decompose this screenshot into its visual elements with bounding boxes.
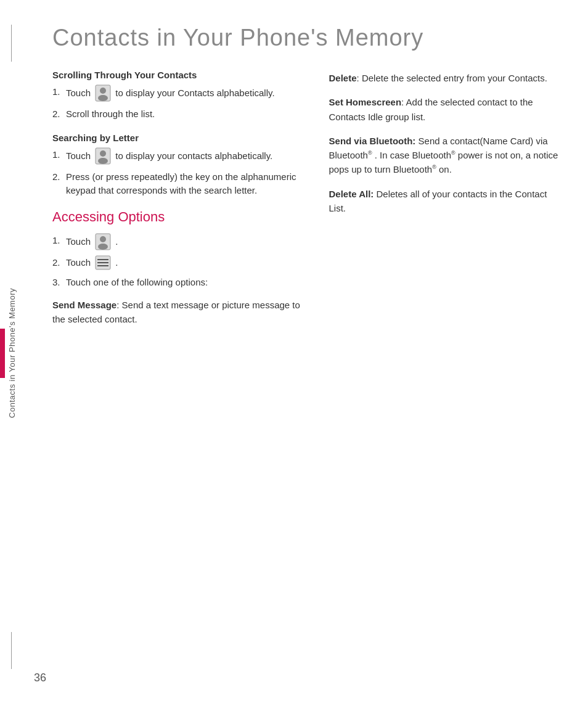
svg-rect-11 [97,262,108,263]
list-text: Touch to display your Contacts alphabeti… [66,85,311,102]
list-item: 2. Press (or press repeatedly) the key o… [52,170,311,198]
list-text: Scroll through the list. [66,107,311,121]
svg-point-8 [98,244,108,250]
contact-icon [95,84,111,102]
list-text: Touch to display your contacts alphabeti… [66,148,311,165]
list-item: 1. Touch . [52,234,311,251]
delete-all-label: Delete All: [329,189,374,199]
contact-icon [95,233,111,250]
page-container: Contacts in Your Phone's Memory Contacts… [0,0,588,706]
right-column: Delete: Delete the selected entry from y… [329,70,563,337]
svg-point-2 [98,95,108,101]
contact-icon [95,147,111,165]
list-item: 1. Touch to display your contacts alphab… [52,148,311,165]
delete-para: Delete: Delete the selected entry from y… [329,71,563,85]
svg-point-5 [98,158,108,164]
list-number: 1. [52,234,66,248]
list-item: 3. Touch one of the following options: [52,276,311,290]
list-number: 2. [52,256,66,270]
side-tab-label: Contacts in Your Phone's Memory [7,288,17,418]
delete-label: Delete [329,73,357,83]
send-bluetooth-para: Send via Bluetooth: Send a contact(Name … [329,134,563,177]
svg-rect-10 [97,259,108,260]
list-item: 2. Scroll through the list. [52,107,311,121]
list-number: 1. [52,148,66,162]
delete-text: : Delete the selected entry from your Co… [357,73,547,83]
list-text: Touch . [66,234,311,251]
list-text: Press (or press repeatedly) the key on t… [66,170,311,198]
send-message-label: Send Message [52,300,116,310]
list-number: 1. [52,85,66,99]
section-searching: Searching by Letter 1. Touch to display … [52,133,311,198]
set-homescreen-label: Set Homescreen [329,97,402,107]
section-scrolling: Scrolling Through Your Contacts 1. Touch [52,70,311,121]
send-message-para: Send Message: Send a text message or pic… [52,298,311,327]
svg-point-1 [100,88,106,94]
send-bluetooth-label: Send via Bluetooth: [329,136,416,146]
side-tab-line-bottom [11,632,12,669]
list-text: Touch . [66,256,311,271]
list-item: 2. Touch . [52,256,311,271]
list-number: 2. [52,170,66,184]
two-col-layout: Scrolling Through Your Contacts 1. Touch [52,70,563,337]
list-item: 1. Touch to display your Contacts alphab… [52,85,311,102]
main-content: Contacts in Your Phone's Memory Scrollin… [34,0,588,706]
delete-all-para: Delete All: Deletes all of your contacts… [329,187,563,216]
side-tab-bar [0,329,5,378]
list-number: 3. [52,276,66,290]
menu-icon [95,255,111,270]
section-scrolling-heading: Scrolling Through Your Contacts [52,70,311,80]
svg-point-4 [100,150,106,157]
list-number: 2. [52,107,66,121]
page-title: Contacts in Your Phone's Memory [52,25,563,51]
set-homescreen-para: Set Homescreen: Add the selected contact… [329,95,563,124]
svg-point-7 [100,236,106,242]
left-column: Scrolling Through Your Contacts 1. Touch [52,70,311,337]
list-text: Touch one of the following options: [66,276,311,290]
side-tab-line-top [11,25,12,62]
svg-rect-12 [97,265,108,266]
page-number: 36 [34,671,46,684]
side-tab: Contacts in Your Phone's Memory [0,0,23,706]
section-accessing-options: Accessing Options 1. Touch . [52,209,311,290]
section-searching-heading: Searching by Letter [52,133,311,143]
section-accessing-heading: Accessing Options [52,209,311,225]
